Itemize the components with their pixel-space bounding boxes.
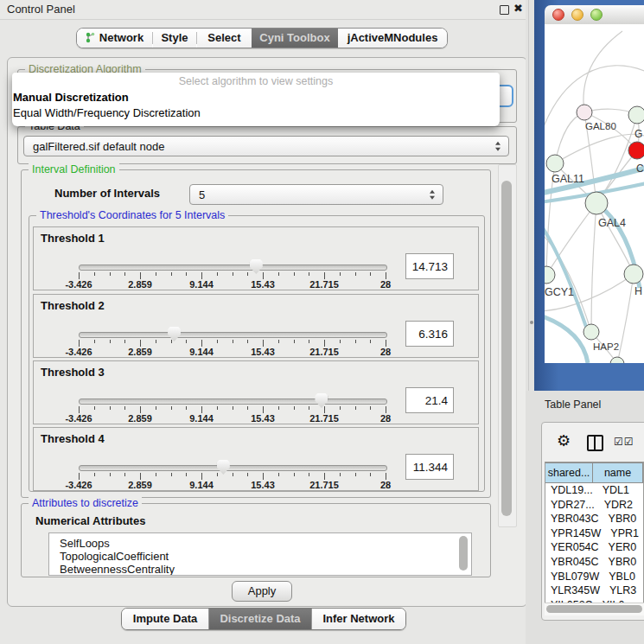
dropdown-option-manual-discretization[interactable]: Manual Discretization [13,91,129,104]
cell[interactable]: YBR043C [545,512,599,526]
network-node[interactable] [624,265,643,284]
tab-impute-data[interactable]: Impute Data [122,609,209,629]
table-row[interactable]: YBR043CYBR0 [545,512,643,526]
slider-tick-label: -3.426 [65,480,92,490]
list-item[interactable]: SelfLoops [49,537,471,550]
network-node[interactable] [583,324,599,340]
tab-network[interactable]: Network [77,29,152,48]
network-node[interactable] [628,142,644,159]
table-row[interactable]: YER054CYER0 [545,540,643,555]
table-hscrollbar-track[interactable] [545,603,644,615]
table-row[interactable]: YBL079WYBL0 [545,570,643,584]
cell[interactable]: YPR145W [545,526,601,541]
tab-jactivemnodules[interactable]: jActiveMNodules [338,29,447,48]
threshold-value-field[interactable]: 11.344 [405,454,454,480]
cell[interactable]: YLR3 [600,583,643,598]
table-hscrollbar-thumb[interactable] [546,605,642,613]
network-node[interactable] [577,105,592,120]
apply-button[interactable]: Apply [232,581,292,602]
slider-track[interactable] [79,265,387,271]
slider-tick [247,340,248,343]
column-header-name[interactable]: name [593,462,643,483]
tab-cyni-toolbox[interactable]: Cyni Toolbox [252,29,338,48]
panel-splitter[interactable] [526,0,534,391]
slider-track[interactable] [79,332,387,338]
network-graph[interactable]: GAL80GAL11GAL4GCY1HHAP2GC [545,24,644,363]
slider-tick-label: 21.715 [309,279,339,290]
columns-icon[interactable] [587,435,603,451]
table-row[interactable]: YBR045CYBR0 [545,555,643,570]
table-row[interactable]: YDL19...YDL1 [545,483,643,498]
attributes-scrollbar-thumb[interactable] [459,536,468,571]
cell[interactable]: YER054C [545,540,599,555]
cell[interactable]: YBR0 [599,512,643,526]
network-node[interactable] [628,106,644,124]
list-item[interactable]: BetweennessCentrality [49,563,471,576]
slider-tick-label: 21.715 [309,347,339,357]
network-edge[interactable] [545,315,588,363]
column-header-shared-name[interactable]: shared... [545,462,593,483]
network-node[interactable] [546,155,564,172]
table-data-combobox[interactable]: galFiltered.sif default node [23,136,509,156]
network-edge[interactable] [545,66,644,150]
slider-track[interactable] [79,399,387,405]
tab-infer-network[interactable]: Infer Network [311,609,405,629]
tab-discretize-data[interactable]: Discretize Data [209,609,311,629]
slider-track[interactable] [79,465,387,471]
cell[interactable]: YBR045C [545,555,599,570]
cell[interactable]: YLR345W [545,583,600,598]
settings-scrollbar-thumb[interactable] [501,181,512,516]
splitter-handle[interactable] [530,321,533,324]
network-view-canvas[interactable]: GAL80GAL11GAL4GCY1HHAP2GC [545,24,644,363]
cell[interactable]: YBR0 [599,555,643,570]
tab-label: Cyni Toolbox [259,31,329,44]
threshold-value-field[interactable]: 6.316 [405,321,454,347]
network-edge[interactable] [546,203,596,275]
dropdown-option-equal-width-frequency[interactable]: Equal Width/Frequency Discretization [13,106,201,119]
dropdown-placeholder-item[interactable]: Select algorithm to view settings [12,75,500,87]
cell[interactable]: YDL19... [545,483,593,498]
network-tree-icon [86,30,95,48]
close-icon[interactable]: ✖ [513,2,523,15]
slider-tick [110,272,111,276]
numerical-attributes-list[interactable]: SelfLoops TopologicalCoefficient Between… [48,532,472,576]
zoom-traffic-light-icon[interactable] [590,9,603,21]
threshold-value-field[interactable]: 21.4 [405,387,454,413]
slider-tick [217,473,218,476]
node-label: G [634,128,642,140]
table-row[interactable]: YLR345WYLR3 [545,583,643,598]
tab-select[interactable]: Select [197,29,252,48]
slider-tick-labels: -3.4262.8599.14415.4321.71528 [79,477,386,488]
node-table[interactable]: shared... name YDL19...YDL1 YDR27...YDR2… [545,462,644,603]
float-window-icon[interactable] [500,5,509,15]
group-label: Attributes to discretize [29,497,142,509]
table-row[interactable]: YPR145WYPR1 [545,526,643,541]
network-node[interactable] [545,266,555,284]
gear-icon[interactable]: ⚙ [557,433,571,449]
cell[interactable]: YDR2 [595,498,643,513]
minimize-traffic-light-icon[interactable] [571,9,583,21]
settings-scrollbar-track[interactable] [498,164,517,527]
cell[interactable]: YER0 [599,540,643,555]
table-row[interactable]: YDR27...YDR2 [545,498,643,513]
slider-tick [370,473,371,476]
cell[interactable]: YBL079W [545,570,599,584]
tab-style[interactable]: Style [153,29,196,48]
network-node[interactable] [585,192,608,214]
network-edge[interactable] [617,274,634,363]
threshold-value-field[interactable]: 14.713 [405,253,454,279]
network-node[interactable] [610,357,624,363]
cell[interactable]: YBL0 [599,570,643,584]
list-item[interactable]: TopologicalCoefficient [49,550,471,563]
network-edge[interactable] [596,203,634,274]
checked-checkboxes-icon[interactable]: ☑☑ [614,436,634,448]
network-edge[interactable] [583,31,622,112]
close-traffic-light-icon[interactable] [552,9,564,21]
number-of-intervals-combobox[interactable]: 5 [189,184,443,205]
threshold-label: Threshold 4 [41,432,105,445]
cell[interactable]: YPR1 [601,526,643,541]
cell[interactable]: YDR27... [545,498,595,513]
network-edge[interactable] [591,203,596,332]
slider-tick [386,340,386,347]
cell[interactable]: YDL1 [593,483,643,498]
